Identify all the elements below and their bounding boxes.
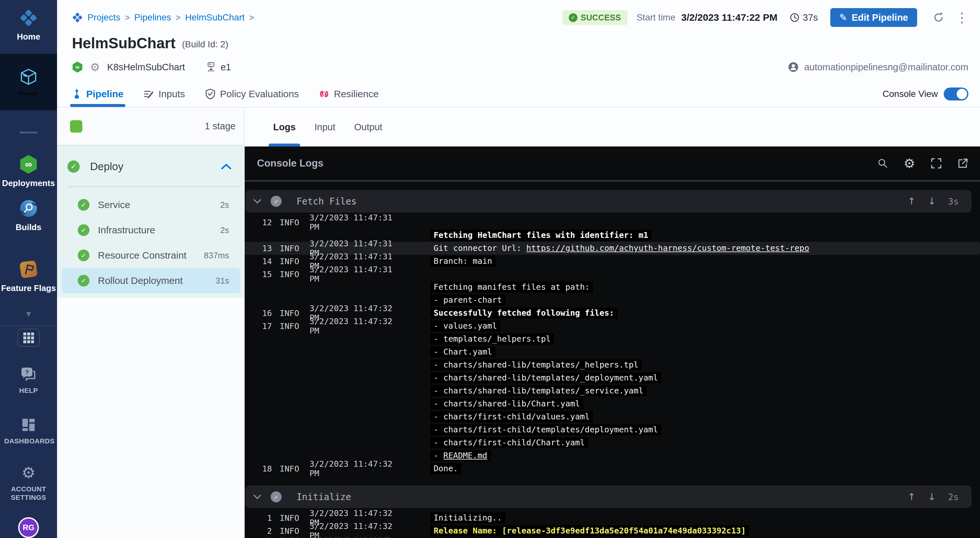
chevron-down-icon[interactable] — [253, 494, 261, 500]
sidebar-item-feature-flags[interactable]: Feature Flags — [0, 260, 57, 293]
sidebar-item-projects[interactable]: Projects — [0, 54, 57, 110]
log-message: - README.md — [430, 450, 491, 461]
log-section: ✓ Initialize ↑ ↓ 2s 1INFO3/2/2023 11:47:… — [245, 485, 980, 538]
chevron-right-icon: > — [249, 13, 254, 23]
log-settings-button[interactable]: ⚙ — [904, 157, 915, 170]
log-line: - charts/first-child/Chart.yaml — [245, 436, 980, 449]
breadcrumb-link-pipeline-name[interactable]: HelmSubChart — [185, 12, 245, 23]
open-external-button[interactable] — [957, 158, 968, 169]
search-icon — [877, 158, 888, 169]
sidebar-divider — [0, 325, 57, 326]
log-line: 17INFO3/2/2023 11:47:32 PM- values.yaml — [245, 320, 980, 333]
log-link[interactable]: README.md — [443, 451, 487, 460]
tab-policy-evaluations[interactable]: Policy Evaluations — [205, 81, 299, 107]
start-time-label: Start time — [636, 12, 675, 23]
chevron-up-icon[interactable] — [221, 163, 232, 170]
edit-pipeline-button[interactable]: ✎ Edit Pipeline — [830, 8, 917, 27]
step-row[interactable]: ✓ Rollout Deployment 31s — [62, 268, 240, 293]
log-message — [430, 222, 437, 223]
refresh-button[interactable] — [933, 12, 944, 23]
console-body[interactable]: ✓ Fetch Files ↑ ↓ 3s 12INFO3/2/2023 11:4… — [245, 180, 980, 538]
console-view-label: Console View — [883, 89, 938, 99]
scroll-bottom-arrow-icon[interactable]: ↓ — [928, 491, 935, 502]
sidebar-item-builds[interactable]: Builds — [0, 199, 57, 232]
section-check-icon: ✓ — [270, 196, 282, 207]
fullscreen-icon — [931, 158, 942, 169]
tab-input[interactable]: Input — [314, 108, 336, 146]
breadcrumb-link-pipelines[interactable]: Pipelines — [134, 12, 171, 23]
sidebar-item-help[interactable]: ? HELP — [0, 367, 57, 395]
sidebar-item-label: Builds — [16, 222, 41, 232]
chevron-down-icon[interactable] — [253, 199, 261, 204]
step-row[interactable]: ✓ Infrastructure 2s — [62, 218, 240, 243]
success-check-icon: ✓ — [67, 161, 80, 173]
environment-name: e1 — [221, 62, 231, 73]
step-list: ✓ Service 2s ✓ Infrastructure 2s ✓ Resou… — [57, 187, 244, 293]
chevron-down-icon[interactable]: ▾ — [0, 308, 57, 319]
grid-icon — [23, 332, 34, 344]
user-avatar[interactable]: RG — [18, 517, 39, 538]
log-message: - charts/shared-lib/templates/_service.y… — [430, 385, 646, 396]
service-name: K8sHelmSubChart — [107, 62, 185, 73]
tab-output[interactable]: Output — [354, 108, 382, 146]
log-link[interactable]: https://github.com/achyuth-harness/custo… — [526, 244, 809, 253]
scroll-top-arrow-icon[interactable]: ↑ — [908, 196, 915, 207]
step-name: Infrastructure — [98, 224, 220, 236]
search-button[interactable] — [877, 158, 888, 169]
cd-hexagon-infinity-icon: ∞ — [19, 155, 38, 174]
log-line: - charts/shared-lib/templates/_deploymen… — [245, 371, 980, 384]
success-check-icon: ✓ — [78, 275, 89, 287]
sidebar-item-label: DASHBOARDS — [4, 437, 53, 445]
sidebar-item-home[interactable]: Home — [0, 8, 57, 42]
cd-module-icon: ∞ — [72, 62, 83, 73]
sidebar-item-label: Home — [17, 32, 40, 42]
more-options-button[interactable]: ⋮ — [955, 11, 968, 24]
scroll-top-arrow-icon[interactable]: ↑ — [908, 491, 915, 502]
log-message: - charts/shared-lib/templates/_helpers.t… — [430, 360, 642, 371]
clock-icon — [790, 13, 800, 22]
pipeline-tabbar: Pipeline Inputs Policy Evaluations Resil… — [57, 81, 980, 108]
chat-question-icon: ? — [21, 367, 37, 382]
stage-deploy-header[interactable]: ✓ Deploy — [67, 156, 232, 177]
success-check-icon: ✓ — [78, 199, 89, 211]
log-message: - charts/first-child/templates/deploymen… — [430, 424, 661, 435]
sidebar-item-dashboards[interactable]: DASHBOARDS — [0, 417, 57, 445]
step-name: Resource Constraint — [98, 250, 204, 261]
service-gear-icon: ⚙ — [90, 62, 100, 73]
sidebar-item-deployments[interactable]: ∞ Deployments — [0, 155, 57, 188]
console-view-toggle[interactable] — [944, 88, 968, 100]
environment-icon — [206, 62, 216, 73]
step-row[interactable]: ✓ Resource Constraint 837ms — [62, 243, 240, 268]
refresh-icon — [933, 12, 944, 23]
tab-logs[interactable]: Logs — [273, 108, 296, 146]
tab-resilience[interactable]: Resilience — [319, 81, 379, 107]
step-duration: 837ms — [204, 250, 229, 261]
log-line: - charts/shared-lib/templates/_helpers.t… — [245, 358, 980, 371]
tab-inputs[interactable]: Inputs — [143, 81, 185, 107]
log-message: - parent-chart — [430, 294, 505, 306]
fullscreen-button[interactable] — [931, 158, 942, 169]
stage-color-swatch — [70, 120, 82, 132]
log-section-header[interactable]: ✓ Fetch Files ↑ ↓ 3s — [245, 190, 972, 213]
log-line: - charts/first-child/values.yaml — [245, 410, 980, 423]
log-message: - charts/shared-lib/templates/_deploymen… — [430, 372, 661, 384]
breadcrumb-link-projects[interactable]: Projects — [88, 12, 120, 23]
log-message: - Chart.yaml — [430, 347, 495, 358]
resilience-icon — [319, 89, 329, 99]
section-lines: 12INFO3/2/2023 11:47:31 PMFetching HelmC… — [245, 213, 980, 479]
console-panel: Console Logs ⚙ — [245, 146, 980, 538]
tab-pipeline[interactable]: Pipeline — [72, 81, 124, 107]
harness-logo-icon — [72, 12, 83, 23]
step-name: Rollout Deployment — [98, 275, 215, 286]
log-section-header[interactable]: ✓ Initialize ↑ ↓ 2s — [245, 485, 972, 508]
gear-icon: ⚙ — [21, 465, 35, 480]
sidebar-item-account-settings[interactable]: ⚙ ACCOUNT SETTINGS — [0, 465, 57, 502]
section-name: Initialize — [296, 492, 896, 502]
scroll-bottom-arrow-icon[interactable]: ↓ — [928, 196, 935, 207]
chevron-right-icon: > — [125, 13, 130, 23]
start-time-value: 3/2/2023 11:47:22 PM — [681, 12, 778, 23]
step-row[interactable]: ✓ Service 2s — [62, 192, 240, 218]
log-line: - charts/first-child/templates/deploymen… — [245, 423, 980, 436]
section-duration: 2s — [948, 492, 959, 502]
module-grid-button[interactable] — [18, 329, 40, 347]
